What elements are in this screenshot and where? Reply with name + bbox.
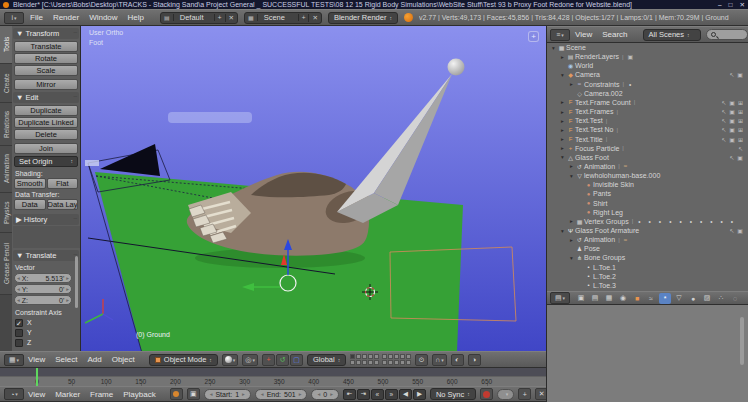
scale-manipulator-icon[interactable]: ▢: [290, 354, 303, 366]
outliner-row-invisible-skin[interactable]: ●Invisible Skin: [547, 180, 748, 189]
translate-button[interactable]: Translate: [14, 41, 78, 52]
layer-cell[interactable]: [374, 360, 379, 365]
properties-tab-material[interactable]: ●: [687, 293, 699, 304]
expander-icon[interactable]: ▸: [559, 109, 566, 115]
layer-cell[interactable]: [368, 360, 373, 365]
outliner-row-bone-groups[interactable]: ▾⋔Bone Groups: [547, 253, 748, 262]
render-icon[interactable]: ▣: [729, 108, 735, 115]
menu-file[interactable]: File: [30, 13, 43, 22]
outliner-row-vertex-groups[interactable]: ▸▦Vertex Groups|••••••••••: [547, 217, 748, 226]
layer-cell[interactable]: [400, 354, 405, 359]
outliner-row-text-test[interactable]: ▸FText.Test|↖▣⊞: [547, 116, 748, 125]
pointer-icon[interactable]: ↖: [721, 108, 726, 115]
render-opengl-icon[interactable]: ◐: [451, 354, 464, 366]
box-icon[interactable]: ⊞: [738, 108, 743, 115]
scale-button[interactable]: Scale: [14, 65, 78, 76]
display-filter-selector[interactable]: All Scenes↕: [643, 29, 701, 41]
layer-cell[interactable]: [394, 360, 399, 365]
expander-icon[interactable]: ▾: [559, 228, 566, 234]
pointer-icon[interactable]: ↖: [721, 99, 726, 106]
constraint-axis-x[interactable]: ✓X: [15, 318, 32, 327]
pointer-icon[interactable]: ↖: [729, 227, 734, 234]
timeline-track[interactable]: [0, 368, 546, 376]
menu-add[interactable]: Add: [87, 355, 101, 364]
outliner-row-l-toe-3[interactable]: •L.Toe.3: [547, 281, 748, 290]
layer-cell[interactable]: [394, 354, 399, 359]
toolshelf-tab-animation[interactable]: Animation: [0, 146, 12, 193]
editor-type-button[interactable]: i▾: [4, 12, 24, 24]
preview-range-icon[interactable]: [170, 388, 183, 400]
layer-cell[interactable]: [350, 360, 355, 365]
mode-selector[interactable]: Object Mode↕: [149, 354, 218, 366]
pointer-icon[interactable]: ↖: [721, 126, 726, 133]
minimize-button[interactable]: –: [718, 0, 722, 9]
properties-tab-scene[interactable]: ▦: [603, 293, 615, 304]
menu-view[interactable]: View: [28, 355, 45, 364]
toolshelf-tab-physics[interactable]: Physics: [0, 193, 12, 233]
outliner-row-scene[interactable]: ▾▦Scene: [547, 43, 748, 52]
snap-magnet-icon[interactable]: ∩▾: [432, 354, 447, 366]
viewport-shading-selector[interactable]: ▾: [222, 354, 239, 366]
search-input[interactable]: [706, 29, 748, 40]
checkbox-y[interactable]: [15, 329, 23, 337]
expander-icon[interactable]: ▸: [568, 81, 575, 87]
faint-text-object[interactable]: [168, 112, 252, 123]
outliner-row-pants[interactable]: ●Pants: [547, 189, 748, 198]
sphere-object[interactable]: [448, 59, 465, 76]
expander-icon[interactable]: ▸: [559, 99, 566, 105]
expander-icon[interactable]: ▸: [568, 237, 575, 243]
outliner-row-world[interactable]: ◉World: [547, 61, 748, 70]
add-scene-button[interactable]: +: [298, 14, 309, 21]
expander-icon[interactable]: ▾: [559, 154, 566, 160]
expander-icon[interactable]: ▾: [568, 255, 575, 261]
operator-panel-header[interactable]: ┄▼ Translate: [13, 250, 79, 261]
duplicate-linked-button[interactable]: Duplicate Linked: [14, 117, 78, 128]
next-keyframe-button[interactable]: »: [385, 389, 398, 400]
expander-icon[interactable]: ▾: [550, 45, 557, 51]
jump-to-start-button[interactable]: ⇤: [343, 389, 356, 400]
end-frame-field[interactable]: ◂End:501▸: [255, 389, 308, 400]
layer-cell[interactable]: [406, 354, 411, 359]
expander-icon[interactable]: ▸: [559, 145, 566, 151]
outliner-row-animation[interactable]: ▸↺Animation|≈: [547, 162, 748, 171]
properties-tab-particles[interactable]: ∴: [715, 293, 727, 304]
layers-widget[interactable]: [350, 354, 411, 365]
current-frame-cursor[interactable]: [36, 368, 38, 386]
smooth-button[interactable]: Smooth: [14, 178, 46, 189]
layer-cell[interactable]: [382, 360, 387, 365]
expander-icon[interactable]: ▸: [559, 127, 566, 133]
vector-x-field[interactable]: ◂X:5.513'▸: [14, 273, 72, 283]
insert-keyframe-icon[interactable]: +: [518, 388, 531, 400]
editor-type-button[interactable]: ▦▾: [4, 354, 24, 366]
outliner-row-right-leg[interactable]: ●Right Leg: [547, 208, 748, 217]
outliner-row-l-toe-2[interactable]: •L.Toe.2: [547, 272, 748, 281]
properties-tab-texture[interactable]: ▨: [701, 293, 713, 304]
outliner-row-animation[interactable]: ▸↺Animation|≈: [547, 235, 748, 244]
outliner-row-glass-foot-armature[interactable]: ▾ΨGlass Foot Armature↖▣: [547, 226, 748, 235]
set-origin-button[interactable]: Set Origin↕: [14, 156, 78, 167]
outliner-row-focus-particle[interactable]: ▸+Focus Particle|↖: [547, 144, 748, 153]
expander-icon[interactable]: ▾: [568, 173, 575, 179]
checkbox-x[interactable]: ✓: [15, 319, 23, 327]
expander-icon[interactable]: ▸: [568, 218, 575, 224]
shelf-scrollbar[interactable]: [75, 256, 78, 308]
menu-render[interactable]: Render: [53, 13, 79, 22]
scene-selector[interactable]: ▦ Scene + ✕: [244, 12, 322, 24]
flat-button[interactable]: Flat: [47, 178, 79, 189]
region-divider[interactable]: [546, 26, 547, 402]
current-frame-field[interactable]: ◂0▸: [311, 389, 338, 400]
toolshelf-tab-create[interactable]: Create: [0, 64, 12, 103]
layer-cell[interactable]: [388, 360, 393, 365]
properties-tab-physics[interactable]: ◌: [729, 293, 741, 304]
menu-help[interactable]: Help: [128, 13, 144, 22]
menu-frame[interactable]: Frame: [90, 390, 113, 399]
render-icon[interactable]: ▣: [729, 117, 735, 124]
layer-cell[interactable]: [362, 360, 367, 365]
expander-icon[interactable]: ▸: [559, 118, 566, 124]
expander-icon[interactable]: ▸: [559, 54, 566, 60]
outliner-row-renderlayers[interactable]: ▸▤RenderLayers|▣: [547, 52, 748, 61]
menu-search[interactable]: Search: [602, 30, 627, 39]
menu-marker[interactable]: Marker: [55, 390, 80, 399]
lock-range-icon[interactable]: ▣: [187, 388, 200, 400]
layer-cell[interactable]: [400, 360, 405, 365]
